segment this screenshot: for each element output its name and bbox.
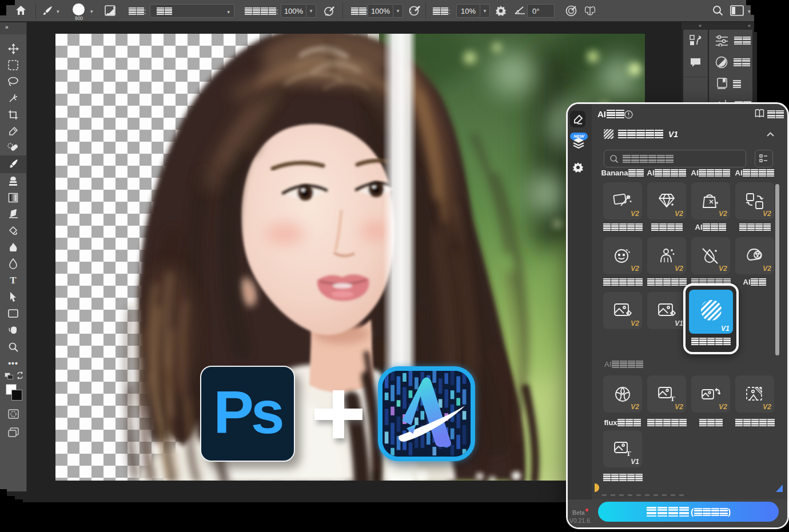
svg-text:T: T [626,449,631,457]
svg-text:T: T [670,394,675,402]
